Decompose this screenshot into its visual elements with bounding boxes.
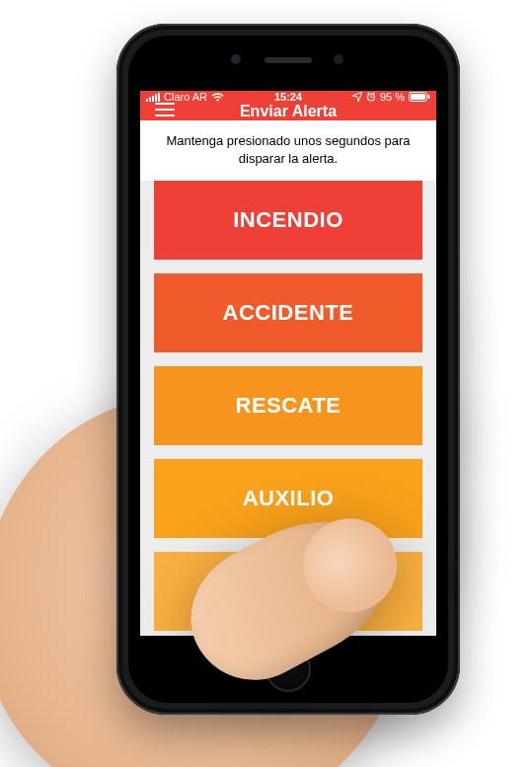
alarm-icon: [366, 92, 376, 102]
svg-rect-12: [411, 94, 425, 100]
home-button[interactable]: [266, 647, 311, 692]
alert-accidente-button[interactable]: ACCIDENTE: [154, 273, 422, 352]
signal-icon: [146, 93, 160, 102]
svg-rect-13: [428, 95, 430, 99]
alert-incendio-button[interactable]: INCENDIO: [154, 181, 422, 260]
front-camera: [231, 54, 241, 64]
alert-extra-button[interactable]: [154, 552, 422, 631]
location-icon: [352, 92, 362, 102]
instruction-text: Mantenga presionado unos segundos para d…: [140, 120, 436, 181]
svg-rect-4: [158, 93, 160, 102]
menu-button[interactable]: [148, 103, 182, 120]
svg-rect-1: [149, 97, 151, 102]
svg-rect-0: [146, 99, 148, 102]
alert-list: INCENDIO ACCIDENTE RESCATE AUXILIO: [140, 181, 436, 636]
svg-line-10: [373, 93, 375, 94]
svg-line-9: [367, 93, 369, 94]
svg-rect-2: [152, 96, 154, 102]
page-title: Enviar Alerta: [240, 103, 337, 120]
alert-auxilio-button[interactable]: AUXILIO: [154, 459, 422, 538]
svg-rect-3: [155, 94, 157, 102]
carrier-label: Claro AR: [164, 91, 207, 103]
clock-label: 15:24: [274, 91, 302, 103]
battery-icon: [409, 92, 430, 102]
status-bar: Claro AR 15:24 95 %: [140, 91, 436, 103]
hamburger-icon: [155, 103, 175, 120]
prox-sensor: [334, 54, 343, 64]
phone-screen: Claro AR 15:24 95 %: [140, 91, 436, 636]
alert-rescate-button[interactable]: RESCATE: [154, 366, 422, 445]
wifi-icon: [211, 93, 224, 102]
battery-label: 95 %: [380, 91, 405, 103]
svg-point-5: [216, 99, 218, 101]
nav-header: Enviar Alerta: [140, 103, 436, 120]
speaker-slit: [265, 57, 312, 63]
phone-frame: Claro AR 15:24 95 %: [116, 24, 460, 715]
